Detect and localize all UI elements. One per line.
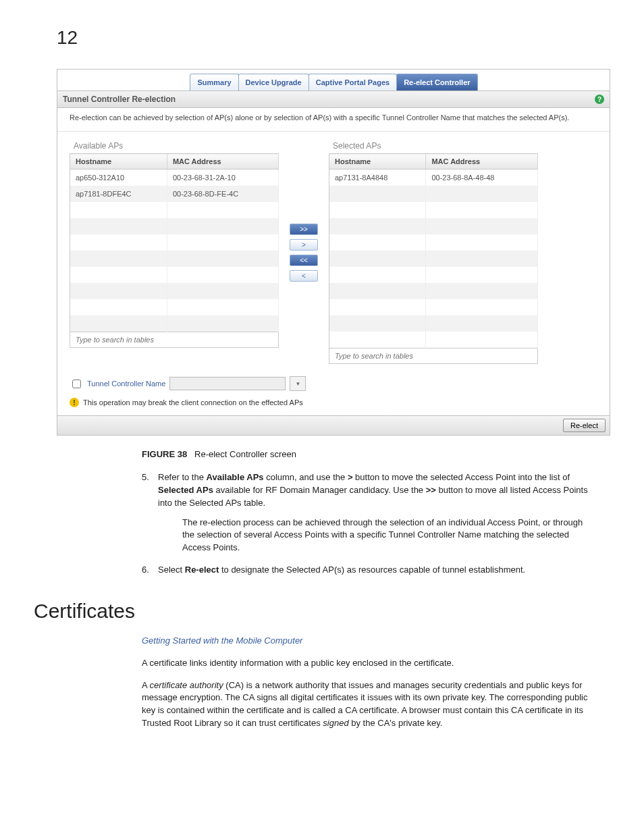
reelect-button[interactable]: Re-elect: [563, 419, 606, 432]
move-right-button[interactable]: >: [290, 239, 318, 251]
available-aps-title: Available APs: [74, 141, 279, 151]
col-hostname[interactable]: Hostname: [329, 154, 426, 170]
move-left-button[interactable]: <: [290, 270, 318, 282]
panel-title: Tunnel Controller Re-election: [63, 95, 176, 104]
selected-search-input[interactable]: [329, 348, 538, 364]
selected-aps-title: Selected APs: [333, 141, 538, 151]
move-all-left-button[interactable]: <<: [290, 255, 318, 266]
table-row[interactable]: ap650-312A1000-23-68-31-2A-10: [70, 170, 279, 186]
available-search-input[interactable]: [70, 332, 279, 348]
table-row[interactable]: ap7131-8A484800-23-68-8A-48-48: [329, 170, 538, 186]
col-mac[interactable]: MAC Address: [167, 154, 278, 170]
warning-text: This operation may break the client conn…: [83, 398, 303, 407]
col-hostname[interactable]: Hostname: [70, 154, 167, 170]
available-aps-table: Hostname MAC Address ap650-312A1000-23-6…: [70, 153, 279, 332]
help-icon[interactable]: ?: [595, 95, 604, 104]
tunnel-controller-name-label: Tunnel Controller Name: [87, 380, 165, 388]
table-row[interactable]: ap7181-8DFE4C00-23-68-8D-FE-4C: [70, 186, 279, 202]
cert-para-2: A certificate authority (CA) is a networ…: [142, 679, 597, 730]
tabs-bar: Summary Device Upgrade Captive Portal Pa…: [57, 70, 610, 91]
tab-reelect-controller[interactable]: Re-elect Controller: [396, 74, 477, 90]
tunnel-controller-name-checkbox[interactable]: [72, 380, 81, 388]
tab-captive-portal[interactable]: Captive Portal Pages: [308, 74, 397, 90]
step-6: 6. Select Re-elect to designate the Sele…: [142, 564, 597, 577]
section-heading-certificates: Certificates: [34, 600, 610, 623]
link-getting-started[interactable]: Getting Started with the Mobile Computer: [142, 635, 302, 646]
reelect-panel: Summary Device Upgrade Captive Portal Pa…: [57, 69, 610, 436]
selected-aps-table: Hostname MAC Address ap7131-8A484800-23-…: [329, 153, 538, 348]
step-5: 5. Refer to the Available APs column, an…: [142, 471, 597, 554]
cert-para-1: A certificate links identity information…: [142, 657, 597, 670]
figure-caption: FIGURE 38 Re-elect Controller screen: [142, 449, 610, 459]
tunnel-controller-name-input[interactable]: [169, 377, 286, 390]
col-mac[interactable]: MAC Address: [426, 154, 538, 170]
step-5-sub: The re-election process can be achieved …: [182, 517, 597, 555]
tab-summary[interactable]: Summary: [190, 74, 238, 90]
warning-icon: !: [70, 398, 79, 407]
move-all-right-button[interactable]: >>: [290, 224, 318, 235]
tunnel-controller-name-dropdown[interactable]: ▼: [290, 376, 306, 391]
tab-device-upgrade[interactable]: Device Upgrade: [238, 74, 309, 90]
panel-description: Re-election can be achieved by selection…: [57, 108, 610, 132]
page-number: 12: [57, 27, 610, 49]
